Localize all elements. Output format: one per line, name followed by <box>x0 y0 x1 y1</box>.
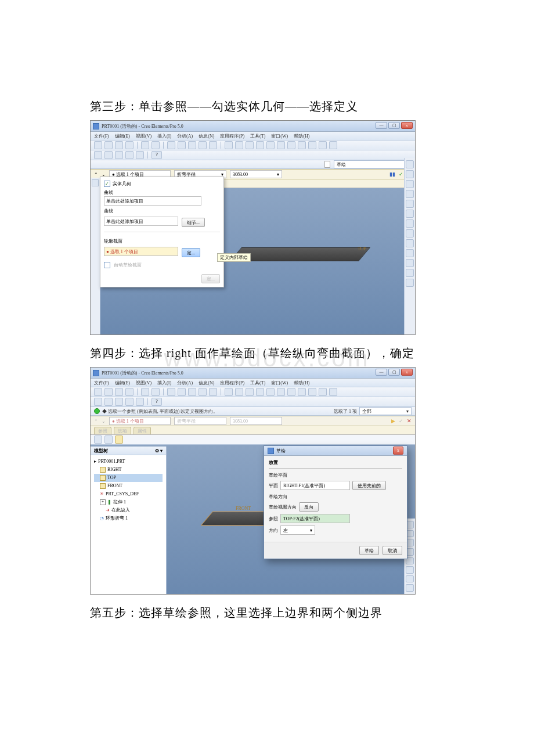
menu-apps[interactable]: 应用程序(P) <box>220 133 244 139</box>
tbtn[interactable] <box>125 151 134 159</box>
tbtn[interactable] <box>136 151 144 159</box>
maximize-button[interactable]: ▢ <box>388 369 400 376</box>
tbtn[interactable] <box>104 388 113 396</box>
tbtn[interactable] <box>125 388 134 396</box>
plane-field[interactable]: RIGHT:F1(基准平面) <box>280 481 350 490</box>
tbtn[interactable] <box>178 141 186 149</box>
rtool[interactable] <box>406 575 414 583</box>
menu-edit[interactable]: 编辑(E) <box>115 380 130 386</box>
rtool[interactable] <box>406 200 414 208</box>
tbtn[interactable] <box>94 151 102 159</box>
tbtn[interactable] <box>94 141 102 149</box>
tbtn[interactable] <box>125 398 134 406</box>
menu-edit[interactable]: 编辑(E) <box>115 133 130 139</box>
tbtn[interactable] <box>151 388 160 396</box>
tbtn[interactable] <box>136 398 144 406</box>
tree-item[interactable]: ✳PRT_CSYS_DEF <box>94 490 163 498</box>
menu-tools[interactable]: 工具(T) <box>250 380 265 386</box>
tbtn[interactable] <box>188 141 196 149</box>
tbtn[interactable] <box>308 388 316 396</box>
tbtn[interactable] <box>125 141 134 149</box>
reference-field[interactable]: TOP:F2(基准平面) <box>280 514 350 523</box>
tbtn[interactable] <box>115 388 123 396</box>
tbtn[interactable] <box>199 141 207 149</box>
tbtn[interactable] <box>246 141 254 149</box>
menu-file[interactable]: 文件(F) <box>94 133 109 139</box>
resume-button[interactable]: ▶ <box>391 418 395 424</box>
tbtn[interactable] <box>225 388 233 396</box>
tbtn[interactable] <box>209 388 217 396</box>
rtool[interactable] <box>406 180 414 188</box>
tbtn[interactable] <box>141 141 149 149</box>
tree-root[interactable]: ▸PRT0001.PRT <box>94 458 163 466</box>
define-button[interactable]: 定... <box>182 248 200 257</box>
tbtn[interactable] <box>151 141 160 149</box>
rtool[interactable] <box>406 160 414 168</box>
tbtn[interactable] <box>329 388 337 396</box>
cancel-button[interactable]: ✕ <box>407 418 412 424</box>
tbtn[interactable] <box>178 388 186 396</box>
menu-window[interactable]: 窗口(W) <box>271 380 288 386</box>
tree-item[interactable]: +❚拉伸 1 <box>94 498 163 506</box>
auto-sketch-checkbox[interactable] <box>104 262 110 268</box>
orient-dropdown[interactable]: 左▾ <box>280 525 315 535</box>
tbtn[interactable] <box>298 388 306 396</box>
tbtn[interactable] <box>115 141 123 149</box>
tbtn[interactable] <box>235 141 243 149</box>
tbtn[interactable] <box>94 435 102 444</box>
ok-button[interactable]: ✓ <box>399 171 403 177</box>
tbtn[interactable] <box>141 388 149 396</box>
menu-apps[interactable]: 应用程序(P) <box>220 380 244 386</box>
rtool[interactable] <box>406 170 414 178</box>
menu-window[interactable]: 窗口(W) <box>271 133 288 139</box>
filter-dropdown[interactable]: 草绘▾ <box>334 160 409 168</box>
tbtn[interactable] <box>287 388 295 396</box>
tbtn[interactable] <box>167 141 175 149</box>
tbtn[interactable] <box>199 388 207 396</box>
tbtn[interactable] <box>329 141 337 149</box>
tbtn[interactable] <box>104 151 113 159</box>
tree-item[interactable]: FRONT <box>94 482 163 490</box>
rtool[interactable] <box>406 566 414 574</box>
minimize-button[interactable]: — <box>376 369 387 376</box>
tbtn[interactable] <box>104 141 113 149</box>
rtool[interactable] <box>406 584 414 592</box>
menu-help[interactable]: 帮助(H) <box>294 133 309 139</box>
tbtn[interactable] <box>277 388 285 396</box>
menu-insert[interactable]: 插入(I) <box>157 133 171 139</box>
tbtn[interactable] <box>319 388 327 396</box>
tbtn[interactable] <box>94 398 102 406</box>
maximize-button[interactable]: ▢ <box>388 122 400 129</box>
tbtn[interactable] <box>256 141 264 149</box>
minimize-button[interactable]: — <box>376 122 387 129</box>
sketch-cancel-button[interactable]: 取消 <box>383 546 402 555</box>
help-icon[interactable]: ? <box>151 398 162 406</box>
rtool[interactable] <box>406 229 414 237</box>
close-button[interactable]: x <box>401 369 413 376</box>
tbtn[interactable] <box>246 388 254 396</box>
tbtn[interactable] <box>209 141 217 149</box>
chevron-up-icon[interactable]: ⌃ <box>94 172 98 177</box>
menu-file[interactable]: 文件(F) <box>94 380 109 386</box>
tree-item[interactable]: ➜在此缺入 <box>94 506 163 514</box>
menu-view[interactable]: 视图(V) <box>136 380 151 386</box>
tbtn[interactable] <box>266 388 275 396</box>
details-button[interactable]: 细节... <box>182 218 205 227</box>
tbtn[interactable] <box>104 398 113 406</box>
tbtn[interactable] <box>104 435 113 444</box>
tree-item[interactable]: RIGHT <box>94 466 163 474</box>
tbtn[interactable] <box>94 388 102 396</box>
tbtn[interactable] <box>308 141 316 149</box>
menu-view[interactable]: 视图(V) <box>136 133 151 139</box>
tbtn[interactable] <box>287 141 295 149</box>
menu-tools[interactable]: 工具(T) <box>250 133 265 139</box>
tbtn[interactable] <box>266 141 275 149</box>
menu-insert[interactable]: 插入(I) <box>157 380 171 386</box>
rtool[interactable] <box>406 279 414 287</box>
section-collector[interactable]: ● 选取 1 个项目 <box>104 247 178 256</box>
curve-collector-2[interactable]: 单击此处添加项目 <box>104 217 178 226</box>
rtool[interactable] <box>406 190 414 198</box>
tbtn[interactable] <box>167 388 175 396</box>
tbtn[interactable] <box>188 388 196 396</box>
tbtn[interactable] <box>319 141 327 149</box>
